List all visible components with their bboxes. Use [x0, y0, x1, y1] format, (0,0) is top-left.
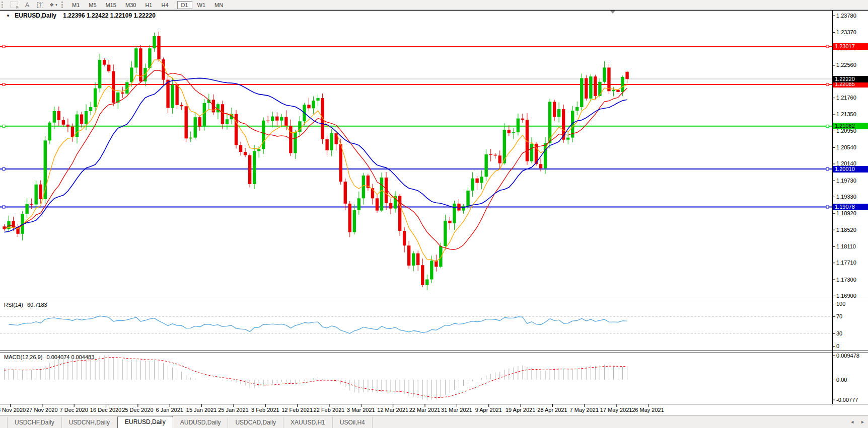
chart-area[interactable]: [0, 0, 868, 428]
timeframe-button-M5[interactable]: M5: [85, 1, 100, 9]
tab-audusd-daily[interactable]: AUDUSD,Daily: [173, 417, 229, 428]
price-axis-tick: 1.23370: [836, 29, 856, 35]
font-tool-button[interactable]: A: [21, 0, 34, 10]
timeframe-button-M30[interactable]: M30: [121, 1, 140, 9]
price-axis-tick: 1.20540: [836, 144, 856, 150]
date-axis-label: 15 Jan 2021: [186, 407, 217, 413]
toolbar-grip[interactable]: [2, 2, 6, 8]
timeframe-button-MN[interactable]: MN: [210, 1, 227, 9]
timeframe-button-H4[interactable]: H4: [157, 1, 172, 9]
date-axis-label: 18 Nov 2020: [0, 407, 26, 413]
date-axis-label: 31 Mar 2021: [441, 407, 472, 413]
chart-ohlc-values: 1.22396 1.22422 1.22109 1.22220: [63, 12, 156, 19]
date-axis-label: 3 Feb 2021: [251, 407, 279, 413]
price-level-badge[interactable]: 1.23017: [833, 43, 868, 50]
date-axis-label: 25 Dec 2020: [122, 407, 153, 413]
chart-symbol-label: EURUSD,Daily: [15, 12, 56, 19]
date-axis-label: 7 Dec 2020: [60, 407, 88, 413]
date-axis-label: 17 May 2021: [600, 407, 632, 413]
toolbar: F A T ❖ ▾ M1M5M15M30H1H4D1W1MN: [0, 0, 868, 10]
date-axis-label: 28 Apr 2021: [537, 407, 567, 413]
timeframe-button-M1[interactable]: M1: [68, 1, 84, 9]
current-price-badge: 1.22220: [833, 76, 868, 82]
timeframe-button-H1[interactable]: H1: [141, 1, 156, 9]
chart-grid-f-button[interactable]: F: [8, 0, 21, 10]
macd-name: MACD(12,26,9): [4, 354, 42, 360]
arrows-icon: ❖: [49, 2, 54, 8]
tab-eurusd-daily[interactable]: EURUSD,Daily: [117, 416, 173, 428]
chart-title: ▼ EURUSD,Daily 1.22396 1.22422 1.22109 1…: [6, 12, 156, 19]
macd-values: 0.004074 0.004483: [46, 354, 94, 360]
price-axis-tick: 1.21350: [836, 111, 856, 117]
date-axis-label: 12 Feb 2021: [281, 407, 313, 413]
tab-usdcnh-daily[interactable]: USDCNH,Daily: [62, 417, 117, 428]
rsi-axis-tick: 0: [836, 343, 839, 349]
price-axis-tick: 1.23780: [836, 13, 856, 19]
rsi-axis-tick: 30: [836, 330, 842, 336]
grid-f-icon: F: [11, 2, 18, 8]
price-axis-tick: 1.16900: [836, 293, 856, 299]
text-label-icon: T: [37, 2, 43, 8]
date-axis-label: 22 Mar 2021: [409, 407, 441, 413]
macd-axis-tick: -0.00777: [836, 397, 858, 403]
tab-usdcad-daily[interactable]: USDCAD,Daily: [228, 417, 283, 428]
price-axis-tick: 1.17300: [836, 277, 856, 283]
timeframe-button-W1[interactable]: W1: [193, 1, 210, 9]
toolbar-grip[interactable]: [61, 2, 65, 8]
tabs-scroll-left-button[interactable]: ◄: [850, 419, 854, 425]
price-axis-tick: 1.18920: [836, 210, 856, 216]
rsi-axis-tick: 100: [836, 301, 845, 307]
toolbar-separator: [175, 2, 175, 9]
tab-usdchf-daily[interactable]: USDCHF,Daily: [7, 417, 62, 428]
date-axis-label: 12 Mar 2021: [377, 407, 408, 413]
date-axis-label: 27 Nov 2020: [26, 407, 57, 413]
date-axis-label: 19 Apr 2021: [505, 407, 535, 413]
price-axis-tick: 1.19330: [836, 194, 856, 200]
date-axis-label: 7 May 2021: [570, 407, 599, 413]
timeframe-button-D1[interactable]: D1: [177, 1, 192, 9]
tab-bar: USDCHF,DailyUSDCNH,DailyEURUSD,DailyAUDU…: [0, 415, 868, 428]
date-axis-label: 25 Jan 2021: [218, 407, 249, 413]
price-level-badge[interactable]: 1.21062: [833, 123, 868, 129]
date-axis-label: 16 Dec 2020: [90, 407, 121, 413]
rsi-axis-tick: 70: [836, 313, 842, 319]
date-axis-label: 9 Apr 2021: [475, 407, 502, 413]
price-axis-tick: 1.17710: [836, 260, 856, 266]
date-axis-label: 22 Feb 2021: [314, 407, 345, 413]
macd-axis-tick: 0.00: [836, 377, 847, 383]
rsi-name: RSI(14): [4, 302, 23, 308]
timeframe-group: M1M5M15M30H1H4D1W1MN: [67, 1, 228, 9]
price-level-badge[interactable]: 1.19078: [833, 204, 868, 210]
chart-shift-marker[interactable]: [610, 11, 615, 14]
symbol-dropdown-icon[interactable]: ▼: [6, 14, 10, 18]
price-axis-tick: 1.22560: [836, 62, 856, 68]
rsi-value: 60.7183: [27, 302, 47, 308]
text-label-tool-button[interactable]: T: [34, 0, 47, 10]
tabs-scroll-right-button[interactable]: ►: [860, 419, 865, 425]
font-a-icon: A: [25, 2, 29, 9]
date-axis-label: 3 Mar 2021: [347, 407, 375, 413]
tab-xauusd-h1[interactable]: XAUUSD,H1: [283, 417, 333, 428]
tab-usoil-h4[interactable]: USOil,H4: [333, 417, 373, 428]
price-axis-tick: 1.18520: [836, 227, 856, 233]
macd-axis-tick: 0.009478: [836, 353, 859, 359]
price-level-badge[interactable]: 1.20010: [833, 166, 868, 173]
arrows-tool-button[interactable]: ❖ ▾: [47, 0, 60, 10]
price-axis-tick: 1.21760: [836, 95, 856, 101]
rsi-label: RSI(14) 60.7183: [4, 302, 47, 308]
price-axis-tick: 1.18110: [836, 243, 856, 249]
price-axis-tick: 1.19730: [836, 178, 856, 184]
chevron-down-icon: ▾: [55, 3, 57, 7]
macd-label: MACD(12,26,9) 0.004074 0.004483: [4, 354, 94, 360]
date-axis-label: 6 Jan 2021: [156, 407, 183, 413]
date-axis-label: 26 May 2021: [632, 407, 664, 413]
mt4-window: F A T ❖ ▾ M1M5M15M30H1H4D1W1MN ▼ EURUSD,…: [0, 0, 868, 428]
timeframe-button-M15[interactable]: M15: [102, 1, 120, 9]
